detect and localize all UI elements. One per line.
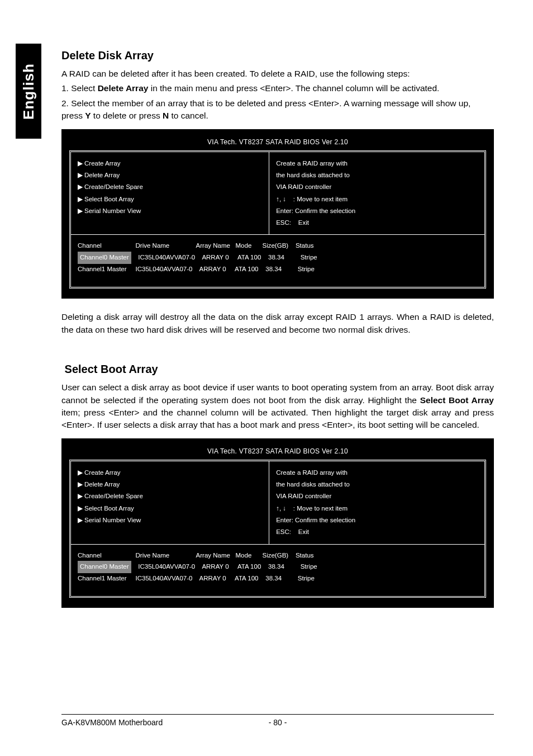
col-mode: Mode bbox=[236, 552, 252, 559]
cell-size: 38.34 bbox=[265, 575, 282, 582]
triangle-icon: ▶ bbox=[78, 490, 84, 502]
step1-bold: Delete Array bbox=[98, 83, 149, 93]
menu-label: Serial Number View bbox=[84, 514, 141, 526]
drive-header-row: Channel Drive Name Array Name Mode Size(… bbox=[78, 550, 478, 561]
help-line-1: Create a RAID array with bbox=[276, 158, 478, 169]
help-nav-esc: ESC: Exit bbox=[276, 526, 478, 538]
cell-drivename: IC35L040AVVA07-0 bbox=[136, 575, 193, 582]
delete-step-2: 2. Select the member of an array that is… bbox=[61, 97, 494, 122]
language-tab-label: English bbox=[20, 63, 37, 120]
help-nav-updown: ↑, ↓ : Move to next item bbox=[276, 193, 478, 205]
menu-label: Serial Number View bbox=[84, 205, 141, 217]
arrows-icon: ↑, ↓ bbox=[276, 505, 286, 512]
help-nav-updown: ↑, ↓ : Move to next item bbox=[276, 503, 478, 514]
cell-arrayname: ARRAY 0 bbox=[199, 266, 226, 272]
col-drivename: Drive Name bbox=[136, 242, 170, 249]
step2-y: Y bbox=[85, 111, 91, 120]
col-channel: Channel bbox=[78, 552, 102, 559]
bios-title: VIA Tech. VT8237 SATA RAID BIOS Ver 2.10 bbox=[69, 447, 486, 455]
bios-menu: ▶Create Array ▶Delete Array ▶Create/Dele… bbox=[71, 152, 269, 235]
highlighted-channel: Channel0 Master bbox=[78, 252, 131, 264]
menu-label: Create/Delete Spare bbox=[84, 490, 143, 502]
col-status: Status bbox=[296, 552, 314, 559]
menu-label: Create/Delete Spare bbox=[84, 181, 143, 193]
cell-status: Stripe bbox=[301, 254, 317, 261]
menu-item-create-array: ▶Create Array bbox=[78, 467, 262, 479]
menu-label: Select Boot Array bbox=[84, 503, 134, 514]
language-tab: English bbox=[16, 44, 41, 139]
bios-help-pane: Create a RAID array with the hard disks … bbox=[269, 461, 484, 544]
triangle-icon: ▶ bbox=[78, 479, 84, 490]
bios-drive-list: Channel Drive Name Array Name Mode Size(… bbox=[71, 235, 484, 287]
cell-size: 38.34 bbox=[268, 563, 284, 570]
step2-n: N bbox=[163, 111, 169, 120]
cell-size: 38.34 bbox=[268, 254, 284, 261]
triangle-icon: ▶ bbox=[78, 467, 84, 479]
boot-post: item; press <Enter> and the channel colu… bbox=[61, 408, 494, 429]
cell-drivename: IC35L040AVVA07-0 bbox=[136, 266, 193, 272]
step2-end: to cancel. bbox=[169, 111, 208, 120]
menu-label: Create Array bbox=[84, 158, 121, 169]
drive-row-0: Channel0 Master IC35L040AVVA07-0 ARRAY 0… bbox=[78, 252, 478, 264]
menu-item-serial: ▶Serial Number View bbox=[78, 205, 262, 217]
help-nav-esc: ESC: Exit bbox=[276, 217, 478, 229]
bios-help-pane: Create a RAID array with the hard disks … bbox=[269, 152, 484, 235]
help-line-3: VIA RAID controller bbox=[276, 181, 478, 193]
menu-item-create-array: ▶Create Array bbox=[78, 158, 262, 169]
delete-intro: A RAID can be deleted after it has been … bbox=[61, 68, 494, 80]
step2-mid: to delete or press bbox=[91, 111, 163, 120]
help-nav-enter: Enter: Confirm the selection bbox=[276, 205, 478, 217]
col-mode: Mode bbox=[236, 242, 252, 249]
bios-title: VIA Tech. VT8237 SATA RAID BIOS Ver 2.10 bbox=[69, 138, 486, 146]
bios-frame: ▶Create Array ▶Delete Array ▶Create/Dele… bbox=[69, 150, 486, 289]
page-footer: GA-K8VM800M Motherboard - 80 - bbox=[61, 714, 494, 727]
triangle-icon: ▶ bbox=[78, 169, 84, 181]
cell-drivename: IC35L040AVVA07-0 bbox=[138, 254, 195, 261]
triangle-icon: ▶ bbox=[78, 503, 84, 514]
triangle-icon: ▶ bbox=[78, 158, 84, 169]
step1-post: in the main menu and press <Enter>. The … bbox=[148, 83, 439, 93]
cell-mode: ATA 100 bbox=[235, 575, 258, 582]
help-line-1: Create a RAID array with bbox=[276, 467, 478, 479]
col-size: Size(GB) bbox=[262, 242, 288, 249]
menu-item-spare: ▶Create/Delete Spare bbox=[78, 181, 262, 193]
bios-frame: ▶Create Array ▶Delete Array ▶Create/Dele… bbox=[69, 460, 486, 598]
bios-screenshot-2: VIA Tech. VT8237 SATA RAID BIOS Ver 2.10… bbox=[61, 438, 494, 608]
col-drivename: Drive Name bbox=[136, 552, 170, 559]
page-content: Delete Disk Array A RAID can be deleted … bbox=[61, 0, 494, 608]
help-line-2: the hard disks attached to bbox=[276, 479, 478, 490]
drive-row-0: Channel0 Master IC35L040AVVA07-0 ARRAY 0… bbox=[78, 561, 478, 573]
menu-item-spare: ▶Create/Delete Spare bbox=[78, 490, 262, 502]
delete-after-text: Deleting a disk array will destroy all t… bbox=[61, 311, 494, 336]
boot-title-text: Select Boot Array bbox=[65, 363, 158, 375]
section-title-delete: Delete Disk Array bbox=[61, 49, 494, 62]
bios-screenshot-1: VIA Tech. VT8237 SATA RAID BIOS Ver 2.10… bbox=[61, 129, 494, 299]
cell-arrayname: ARRAY 0 bbox=[199, 575, 226, 582]
step1-pre: 1. Select bbox=[61, 83, 98, 93]
col-status: Status bbox=[296, 242, 314, 249]
col-channel: Channel bbox=[78, 242, 102, 249]
drive-row-1: Channel1 Master IC35L040AVVA07-0 ARRAY 0… bbox=[78, 573, 478, 584]
cell-drivename: IC35L040AVVA07-0 bbox=[138, 563, 195, 570]
cell-status: Stripe bbox=[298, 575, 315, 582]
arrows-icon: ↑, ↓ bbox=[276, 196, 286, 202]
menu-item-boot-array: ▶Select Boot Array bbox=[78, 193, 262, 205]
menu-label: Delete Array bbox=[84, 169, 120, 181]
drive-header-row: Channel Drive Name Array Name Mode Size(… bbox=[78, 240, 478, 252]
col-size: Size(GB) bbox=[262, 552, 288, 559]
cell-size: 38.34 bbox=[265, 266, 282, 272]
cell-channel: Channel1 Master bbox=[78, 266, 127, 272]
nav-label: : Move to next item bbox=[293, 196, 348, 202]
cell-mode: ATA 100 bbox=[235, 266, 258, 272]
bios-menu: ▶Create Array ▶Delete Array ▶Create/Dele… bbox=[71, 461, 269, 544]
cell-channel: Channel1 Master bbox=[78, 575, 127, 582]
bios-top-pane: ▶Create Array ▶Delete Array ▶Create/Dele… bbox=[71, 152, 484, 235]
cell-arrayname: ARRAY 0 bbox=[202, 563, 229, 570]
help-line-3: VIA RAID controller bbox=[276, 490, 478, 502]
menu-label: Select Boot Array bbox=[84, 193, 134, 205]
menu-label: Create Array bbox=[84, 467, 121, 479]
triangle-icon: ▶ bbox=[78, 514, 84, 526]
cell-status: Stripe bbox=[301, 563, 317, 570]
bios-top-pane: ▶Create Array ▶Delete Array ▶Create/Dele… bbox=[71, 461, 484, 545]
boot-bold: Select Boot Array bbox=[420, 395, 494, 405]
